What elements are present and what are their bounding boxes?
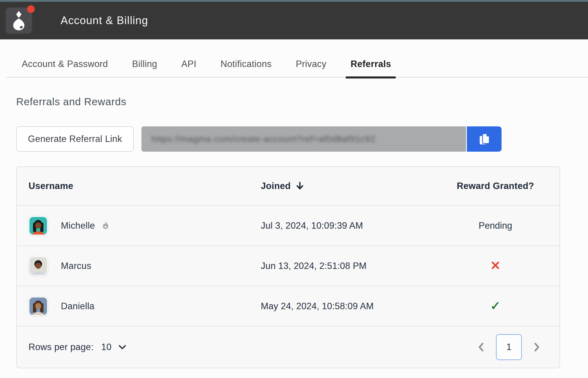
- referrals-panel: Referrals and Rewards Generate Referral …: [0, 96, 588, 368]
- column-header-reward: Reward Granted?: [443, 181, 548, 191]
- tab-bar: Account & Password Billing API Notificat…: [6, 39, 588, 78]
- reward-status-pending: Pending: [479, 220, 512, 231]
- reward-status-cell: ✓: [443, 300, 548, 312]
- app-header: Account & Billing: [0, 2, 588, 39]
- referral-link-row: Generate Referral Link https://magma.com…: [16, 126, 560, 152]
- sort-descending-arrow-icon: [295, 181, 305, 191]
- table-row: Marcus Jun 13, 2024, 2:51:08 PM ✕: [17, 245, 559, 286]
- referrals-table: Username Joined Reward Granted?: [16, 166, 560, 368]
- chevron-right-icon: [531, 342, 542, 352]
- person-avatar-icon: [29, 217, 47, 235]
- username: Marcus: [61, 261, 91, 271]
- pagination: 1: [475, 334, 543, 360]
- rows-per-page-value: 10: [101, 342, 111, 352]
- tab-privacy[interactable]: Privacy: [291, 59, 331, 69]
- reward-status-cell: Pending: [443, 220, 548, 231]
- username-cell: Marcus: [29, 256, 261, 276]
- tab-referrals[interactable]: Referrals: [346, 59, 396, 69]
- chevron-down-icon: [118, 343, 127, 352]
- copy-pages-icon: [477, 132, 491, 146]
- username-cell: Michelle: [29, 216, 261, 235]
- avatar: [29, 256, 48, 276]
- joined-date: Jul 3, 2024, 10:09:39 AM: [261, 220, 443, 231]
- streak-flame-icon: [100, 220, 111, 231]
- current-page-button[interactable]: 1: [496, 334, 522, 360]
- tab-api[interactable]: API: [177, 59, 201, 69]
- referral-link-text: https://magma.com/create-account?ref=af0…: [151, 134, 375, 144]
- previous-page-button[interactable]: [475, 341, 488, 354]
- username: Daniella: [61, 301, 94, 312]
- joined-date: Jun 13, 2024, 2:51:08 PM: [261, 261, 443, 271]
- table-row: Michelle Jul 3, 2024, 10:09:39 AM Pendin…: [17, 205, 559, 245]
- rows-per-page-label: Rows per page:: [29, 342, 93, 352]
- reward-status-cell: ✕: [443, 260, 548, 272]
- section-heading: Referrals and Rewards: [16, 96, 560, 108]
- app-logo[interactable]: [5, 7, 32, 34]
- tab-notifications[interactable]: Notifications: [216, 59, 276, 69]
- column-header-joined[interactable]: Joined: [261, 181, 443, 191]
- referral-link-group: https://magma.com/create-account?ref=af0…: [141, 126, 502, 152]
- table-row: Daniella May 24, 2024, 10:58:09 AM ✓: [17, 286, 559, 326]
- table-header-row: Username Joined Reward Granted?: [17, 167, 559, 205]
- chevron-left-icon: [476, 342, 487, 352]
- table-footer: Rows per page: 10 1: [17, 326, 559, 368]
- username-cell: Daniella: [29, 297, 261, 316]
- person-avatar-icon: [29, 257, 47, 275]
- generate-referral-link-button[interactable]: Generate Referral Link: [16, 126, 134, 152]
- cross-icon: ✕: [490, 259, 500, 272]
- tab-billing[interactable]: Billing: [127, 59, 162, 69]
- avatar: [29, 297, 48, 316]
- username: Michelle: [61, 220, 95, 231]
- check-icon: ✓: [490, 299, 500, 313]
- next-page-button[interactable]: [530, 341, 543, 354]
- tab-account-password[interactable]: Account & Password: [17, 59, 113, 69]
- rows-per-page-select[interactable]: 10: [93, 342, 127, 352]
- page-title: Account & Billing: [61, 14, 148, 27]
- joined-date: May 24, 2024, 10:58:09 AM: [261, 301, 443, 312]
- column-header-username: Username: [29, 181, 261, 191]
- referral-link-field[interactable]: https://magma.com/create-account?ref=af0…: [141, 126, 466, 152]
- rows-per-page: Rows per page: 10: [29, 342, 127, 352]
- person-avatar-icon: [29, 297, 47, 315]
- magma-flame-icon: [10, 11, 27, 30]
- notification-dot: [27, 5, 35, 13]
- app-window: Account & Billing Account & Password Bil…: [0, 0, 588, 368]
- avatar: [29, 216, 48, 235]
- copy-link-button[interactable]: [467, 126, 502, 152]
